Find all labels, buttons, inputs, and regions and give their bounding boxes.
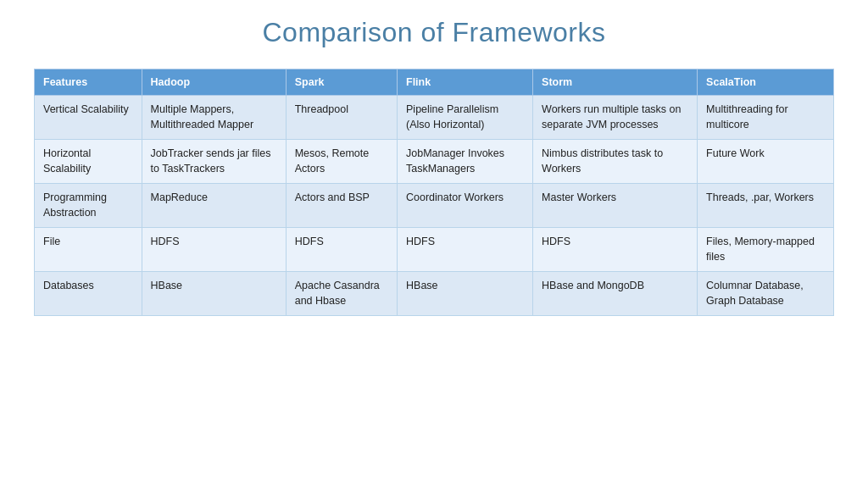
table-header-row: Features Hadoop Spark Flink Storm ScalaT…	[35, 69, 834, 96]
col-header-scalation: ScalaTion	[698, 69, 834, 96]
cell-feature: Databases	[35, 272, 142, 316]
cell-storm: Nimbus distributes task to Workers	[533, 140, 698, 184]
table-row: Horizontal ScalabilityJobTracker sends j…	[35, 140, 834, 184]
table-row: FileHDFSHDFSHDFSHDFSFiles, Memory-mapped…	[35, 228, 834, 272]
cell-hadoop: HDFS	[142, 228, 286, 272]
cell-flink: Coordinator Workers	[398, 184, 533, 228]
cell-hadoop: MapReduce	[142, 184, 286, 228]
comparison-table-wrapper: Features Hadoop Spark Flink Storm ScalaT…	[34, 69, 834, 316]
table-row: Programming AbstractionMapReduceActors a…	[35, 184, 834, 228]
cell-spark: Apache Casandra and Hbase	[286, 272, 397, 316]
page-title: Comparison of Frameworks	[263, 17, 606, 48]
col-header-flink: Flink	[398, 69, 533, 96]
comparison-table: Features Hadoop Spark Flink Storm ScalaT…	[34, 69, 834, 316]
cell-storm: HBase and MongoDB	[533, 272, 698, 316]
cell-feature: File	[35, 228, 142, 272]
cell-flink: HDFS	[398, 228, 533, 272]
cell-scalation: Multithreading for multicore	[698, 96, 834, 140]
cell-spark: Actors and BSP	[286, 184, 397, 228]
col-header-hadoop: Hadoop	[142, 69, 286, 96]
cell-hadoop: HBase	[142, 272, 286, 316]
cell-spark: Mesos, Remote Actors	[286, 140, 397, 184]
cell-feature: Programming Abstraction	[35, 184, 142, 228]
cell-flink: HBase	[398, 272, 533, 316]
col-header-storm: Storm	[533, 69, 698, 96]
cell-scalation: Columnar Database, Graph Database	[698, 272, 834, 316]
cell-scalation: Future Work	[698, 140, 834, 184]
cell-storm: Master Workers	[533, 184, 698, 228]
cell-feature: Horizontal Scalability	[35, 140, 142, 184]
cell-scalation: Files, Memory-mapped files	[698, 228, 834, 272]
cell-spark: HDFS	[286, 228, 397, 272]
cell-storm: HDFS	[533, 228, 698, 272]
col-header-spark: Spark	[286, 69, 397, 96]
table-row: Vertical ScalabilityMultiple Mappers, Mu…	[35, 96, 834, 140]
cell-hadoop: JobTracker sends jar files to TaskTracke…	[142, 140, 286, 184]
col-header-features: Features	[35, 69, 142, 96]
cell-spark: Threadpool	[286, 96, 397, 140]
cell-scalation: Threads, .par, Workers	[698, 184, 834, 228]
cell-storm: Workers run multiple tasks on separate J…	[533, 96, 698, 140]
cell-hadoop: Multiple Mappers, Multithreaded Mapper	[142, 96, 286, 140]
table-row: DatabasesHBaseApache Casandra and HbaseH…	[35, 272, 834, 316]
cell-flink: Pipeline Parallelism (Also Horizontal)	[398, 96, 533, 140]
cell-feature: Vertical Scalability	[35, 96, 142, 140]
cell-flink: JobManager Invokes TaskManagers	[398, 140, 533, 184]
